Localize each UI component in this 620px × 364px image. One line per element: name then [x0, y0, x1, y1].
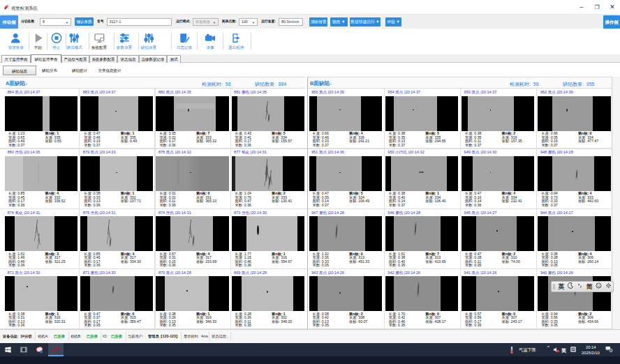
svg-text:6: 6	[610, 349, 612, 352]
